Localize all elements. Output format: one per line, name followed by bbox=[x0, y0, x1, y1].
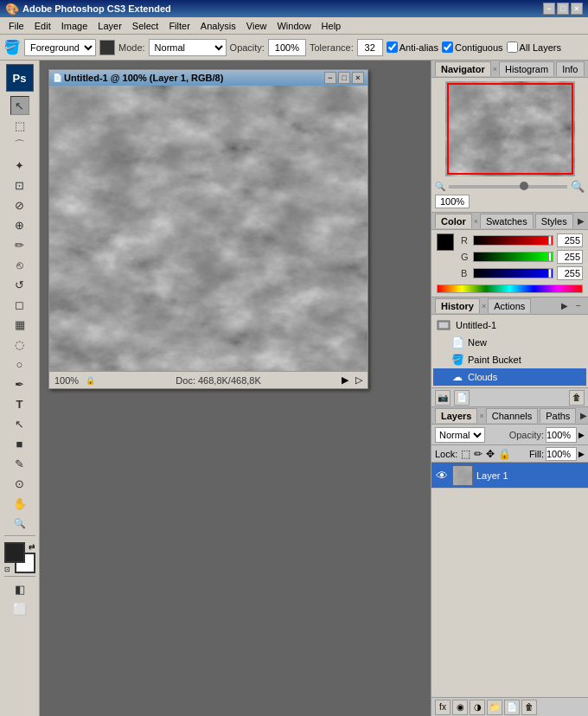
doc-restore-button[interactable]: □ bbox=[338, 72, 350, 84]
lock-transparent-button[interactable]: ⬚ bbox=[461, 448, 470, 460]
mode-select[interactable]: Normal bbox=[149, 39, 227, 56]
clone-stamp-tool[interactable]: ⎋ bbox=[10, 255, 29, 274]
delete-history-button[interactable]: 🗑 bbox=[569, 390, 585, 406]
marquee-tool[interactable]: ⬚ bbox=[10, 116, 29, 135]
layer-styles-button[interactable]: fx bbox=[435, 700, 451, 715]
menu-help[interactable]: Help bbox=[316, 19, 347, 33]
zoom-out-icon[interactable]: 🔍 bbox=[435, 182, 445, 191]
color-tab-close[interactable]: × bbox=[474, 217, 478, 226]
green-value[interactable]: 255 bbox=[557, 250, 583, 264]
layer-row[interactable]: 👁 Layer 1 bbox=[431, 463, 588, 489]
zoom-input[interactable] bbox=[435, 195, 470, 208]
menu-edit[interactable]: Edit bbox=[29, 19, 56, 33]
active-color-swatch[interactable] bbox=[437, 233, 454, 251]
history-item-clouds[interactable]: ☁ Clouds bbox=[433, 368, 586, 386]
fill-input[interactable] bbox=[546, 447, 577, 461]
layer-visibility-toggle[interactable]: 👁 bbox=[435, 469, 449, 483]
channels-tab[interactable]: Channels bbox=[486, 408, 538, 423]
eyedropper-tool[interactable]: ⊘ bbox=[10, 195, 29, 214]
menu-select[interactable]: Select bbox=[127, 19, 164, 33]
fill-arrow[interactable]: ▶ bbox=[578, 450, 585, 458]
pen-tool[interactable]: ✒ bbox=[10, 374, 29, 393]
zoom-in-icon[interactable]: 🔍 bbox=[571, 180, 585, 193]
foreground-color[interactable] bbox=[4, 542, 25, 563]
blue-value[interactable]: 255 bbox=[557, 266, 583, 280]
histogram-tab[interactable]: Histogram bbox=[499, 61, 554, 76]
red-value[interactable]: 255 bbox=[557, 233, 583, 247]
green-slider-track[interactable] bbox=[473, 252, 553, 262]
create-document-button[interactable]: 📄 bbox=[454, 390, 470, 406]
menu-filter[interactable]: Filter bbox=[163, 19, 195, 33]
styles-tab[interactable]: Styles bbox=[535, 214, 573, 228]
history-item-paint-bucket[interactable]: 🪣 Paint Bucket bbox=[433, 351, 586, 368]
color-tab[interactable]: Color bbox=[435, 214, 472, 228]
type-tool[interactable]: T bbox=[10, 394, 29, 413]
menu-view[interactable]: View bbox=[241, 19, 272, 33]
anti-alias-checkbox[interactable] bbox=[387, 42, 398, 53]
navigator-tab-close[interactable]: × bbox=[493, 65, 497, 74]
zoom-slider-thumb[interactable] bbox=[520, 182, 528, 190]
lock-all-button[interactable]: 🔒 bbox=[498, 448, 511, 460]
swatches-tab[interactable]: Swatches bbox=[480, 214, 534, 228]
gradient-tool[interactable]: ▦ bbox=[10, 315, 29, 334]
notes-tool[interactable]: ✎ bbox=[10, 454, 29, 473]
status-scroll-right[interactable]: ▷ bbox=[355, 374, 362, 386]
tolerance-input[interactable] bbox=[357, 39, 383, 56]
navigator-tab[interactable]: Navigator bbox=[435, 61, 491, 76]
blending-mode-select[interactable]: Normal bbox=[435, 427, 485, 443]
zoom-tool[interactable]: 🔍 bbox=[10, 514, 29, 533]
eraser-tool[interactable]: ◻ bbox=[10, 295, 29, 314]
paths-tab[interactable]: Paths bbox=[540, 408, 576, 423]
blue-slider-track[interactable] bbox=[473, 268, 553, 278]
history-tab-close[interactable]: × bbox=[482, 302, 486, 310]
history-brush-tool[interactable]: ↺ bbox=[10, 275, 29, 294]
doc-minimize-button[interactable]: − bbox=[324, 72, 336, 84]
shape-tool[interactable]: ■ bbox=[10, 434, 29, 453]
blur-tool[interactable]: ◌ bbox=[10, 335, 29, 354]
history-panel-options[interactable]: ▶ bbox=[559, 300, 571, 312]
default-colors-button[interactable]: ⊡ bbox=[4, 566, 10, 573]
swap-colors-button[interactable]: ⇄ bbox=[29, 542, 35, 551]
menu-window[interactable]: Window bbox=[272, 19, 316, 33]
new-adjustment-layer-button[interactable]: ◑ bbox=[470, 700, 485, 715]
navigator-viewport-indicator[interactable] bbox=[447, 83, 573, 175]
actions-tab[interactable]: Actions bbox=[488, 298, 531, 313]
layers-panel-options[interactable]: ▶ bbox=[578, 410, 588, 422]
brush-tool[interactable]: ✏ bbox=[10, 235, 29, 254]
layers-tab[interactable]: Layers bbox=[435, 408, 477, 423]
hand-tool[interactable]: ✋ bbox=[10, 494, 29, 513]
new-group-button[interactable]: 📁 bbox=[487, 700, 502, 715]
doc-close-button[interactable]: × bbox=[352, 72, 364, 84]
minimize-button[interactable]: − bbox=[543, 3, 555, 15]
all-layers-checkbox[interactable] bbox=[507, 42, 518, 53]
menu-file[interactable]: File bbox=[3, 19, 29, 33]
menu-image[interactable]: Image bbox=[56, 19, 93, 33]
status-arrow-button[interactable]: ▶ bbox=[342, 374, 348, 386]
measure-tool[interactable]: ⊙ bbox=[10, 474, 29, 493]
close-button[interactable]: × bbox=[571, 3, 583, 15]
menu-analysis[interactable]: Analysis bbox=[195, 19, 241, 33]
opacity-input[interactable] bbox=[546, 427, 577, 443]
path-select-tool[interactable]: ↖ bbox=[10, 414, 29, 433]
lock-position-button[interactable]: ✥ bbox=[486, 448, 495, 460]
foreground-color-swatch[interactable] bbox=[99, 40, 115, 55]
selection-tool[interactable]: ↖ bbox=[10, 96, 29, 115]
layers-tab-close[interactable]: × bbox=[479, 412, 483, 420]
screen-mode-tool[interactable]: ⬜ bbox=[10, 599, 29, 618]
history-item-new[interactable]: 📄 New bbox=[433, 334, 586, 351]
quick-mask-tool[interactable]: ◧ bbox=[10, 579, 29, 598]
color-spectrum[interactable] bbox=[437, 284, 583, 293]
new-snapshot-button[interactable]: 📷 bbox=[435, 390, 451, 406]
lock-image-button[interactable]: ✏ bbox=[474, 448, 483, 460]
magic-wand-tool[interactable]: ✦ bbox=[10, 156, 29, 175]
crop-tool[interactable]: ⊡ bbox=[10, 176, 29, 195]
dodge-tool[interactable]: ○ bbox=[10, 355, 29, 374]
opacity-input[interactable] bbox=[268, 39, 306, 56]
new-layer-button[interactable]: 📄 bbox=[504, 700, 520, 715]
color-panel-options[interactable]: ▶ bbox=[575, 215, 587, 227]
lasso-tool[interactable]: ⌒ bbox=[10, 136, 29, 155]
history-tab[interactable]: History bbox=[435, 298, 480, 313]
zoom-slider[interactable] bbox=[449, 185, 567, 189]
delete-layer-button[interactable]: 🗑 bbox=[521, 700, 537, 715]
opacity-arrow[interactable]: ▶ bbox=[578, 431, 585, 439]
